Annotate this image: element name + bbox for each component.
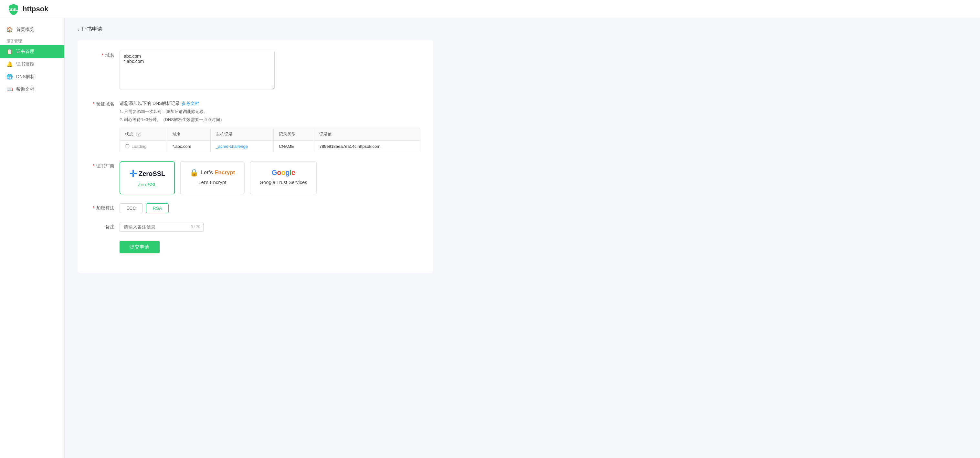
ssl-shield-icon: SSL (8, 3, 19, 15)
vendor-name-google: Google Trust Services (259, 179, 307, 185)
dns-icon: 🌐 (6, 74, 13, 80)
verify-domain-label: * 验证域名 (91, 100, 119, 107)
sidebar-item-help[interactable]: 📖 帮助文档 (0, 83, 64, 95)
vendor-name-letsencrypt: Let's Encrypt (198, 179, 226, 185)
main-layout: 🏠 首页概览 服务管理 📋 证书管理 🔔 证书监控 🌐 DNS解析 📖 帮助文档… (0, 0, 980, 458)
algo-label: * 加密算法 (91, 203, 119, 211)
logo-area: SSL httpsok (8, 3, 48, 15)
verify-note2: 2. 耐心等待1~3分钟。（DNS解析生效需要一点点时间） (119, 117, 224, 122)
row-domain: *.abc.com (167, 140, 210, 152)
col-status: 状态 ? (120, 128, 167, 140)
row-host-record: _acme-challenge (210, 140, 274, 152)
sidebar-item-dns[interactable]: 🌐 DNS解析 (0, 70, 64, 83)
cert-application-form: * 域名 abc.com *.abc.com * 验证域名 请您添加以下的 DN… (78, 40, 433, 273)
back-button[interactable]: ‹ (78, 27, 79, 32)
page-title: 证书申请 (82, 26, 102, 33)
col-record-type: 记录类型 (274, 128, 314, 140)
remarks-input-wrap: 0 / 20 (119, 222, 204, 232)
sidebar-item-cert-management[interactable]: 📋 证书管理 (0, 45, 64, 58)
algo-rsa-button[interactable]: RSA (146, 203, 169, 213)
row-record-value: 789e918aea7ea14c.httpsok.com (314, 140, 420, 152)
app-title: httpsok (22, 5, 48, 13)
verify-info: 请您添加以下的 DNS解析记录 参考文档 1. 只需要添加一次即可，添加后请勿删… (119, 100, 420, 124)
zerossl-logo-text: ZeroSSL (138, 170, 165, 177)
algo-ecc-button[interactable]: ECC (119, 203, 143, 213)
svg-text:SSL: SSL (9, 7, 18, 12)
main-content: ‹ 证书申请 * 域名 abc.com *.abc.com * 验证域名 (65, 18, 980, 458)
letsencrypt-lock-icon: 🔒 (190, 168, 198, 177)
sidebar-group-label: 服务管理 (0, 36, 64, 45)
verify-table: 状态 ? 域名 主机记录 记录类型 记录值 (119, 128, 420, 152)
google-g-blue2: g (285, 168, 290, 177)
sidebar: 🏠 首页概览 服务管理 📋 证书管理 🔔 证书监控 🌐 DNS解析 📖 帮助文档 (0, 18, 65, 458)
google-g-red: o (277, 168, 281, 177)
remarks-content: 0 / 20 (119, 222, 420, 232)
zerossl-cross-icon: ✛ (129, 168, 137, 179)
verify-domain-row: * 验证域名 请您添加以下的 DNS解析记录 参考文档 1. 只需要添加一次即可… (91, 100, 420, 152)
domain-content: abc.com *.abc.com (119, 51, 420, 90)
verify-domain-content: 请您添加以下的 DNS解析记录 参考文档 1. 只需要添加一次即可，添加后请勿删… (119, 100, 420, 152)
vendor-name-zerossl: ZeroSSL (138, 182, 157, 187)
loading-spinner-icon (125, 144, 130, 149)
table-row: Loading *.abc.com _acme-challenge CNAME … (120, 140, 420, 152)
col-record-value: 记录值 (314, 128, 420, 140)
letsencrypt-lets-text: Let's (200, 170, 215, 176)
domain-row: * 域名 abc.com *.abc.com (91, 51, 420, 90)
letsencrypt-encrypt-text: Encrypt (215, 170, 235, 176)
status-tooltip-icon[interactable]: ? (136, 132, 141, 137)
table-header-row: 状态 ? 域名 主机记录 记录类型 记录值 (120, 128, 420, 140)
sidebar-item-dns-label: DNS解析 (16, 74, 35, 80)
vendor-card-google[interactable]: Google Google Trust Services (250, 162, 317, 194)
row-status: Loading (120, 140, 167, 152)
vendor-card-zerossl[interactable]: ✛ ZeroSSL ZeroSSL (119, 162, 175, 194)
home-icon: 🏠 (6, 27, 13, 33)
row-status-text: Loading (132, 144, 146, 149)
col-domain: 域名 (167, 128, 210, 140)
vendor-card-letsencrypt[interactable]: 🔒 Let's Encrypt Let's Encrypt (180, 162, 245, 194)
algo-buttons: ECC RSA (119, 203, 420, 213)
submit-button[interactable]: 提交申请 (119, 241, 160, 254)
verify-doc-link[interactable]: 参考文档 (181, 101, 199, 106)
col-host-record: 主机记录 (210, 128, 274, 140)
vendor-content: ✛ ZeroSSL ZeroSSL 🔒 Let's Enc (119, 162, 420, 194)
sidebar-item-cert-label: 证书管理 (16, 49, 34, 55)
sidebar-item-monitor-label: 证书监控 (16, 61, 34, 67)
domain-input[interactable]: abc.com *.abc.com (119, 51, 275, 89)
algo-row: * 加密算法 ECC RSA (91, 203, 420, 213)
sidebar-item-home[interactable]: 🏠 首页概览 (0, 23, 64, 36)
google-g-yellow: o (281, 168, 285, 177)
acme-challenge-link[interactable]: _acme-challenge (216, 144, 248, 149)
cert-management-icon: 📋 (6, 48, 13, 55)
sidebar-item-home-label: 首页概览 (16, 27, 34, 33)
letsencrypt-logo: 🔒 Let's Encrypt (190, 168, 235, 177)
domain-label: * 域名 (91, 51, 119, 59)
remarks-label: 备注 (91, 222, 119, 230)
submit-row: 提交申请 (91, 241, 420, 254)
google-logo: Google (272, 168, 295, 177)
google-g-red2: e (291, 168, 295, 177)
app-header: SSL httpsok (0, 0, 980, 18)
help-icon: 📖 (6, 86, 13, 92)
sidebar-item-help-label: 帮助文档 (16, 87, 34, 92)
remarks-row: 备注 0 / 20 (91, 222, 420, 232)
sidebar-item-cert-monitor[interactable]: 🔔 证书监控 (0, 58, 64, 70)
google-g-blue: G (272, 168, 277, 177)
verify-note1: 1. 只需要添加一次即可，添加后请勿删除记录。 (119, 109, 208, 114)
remarks-input[interactable] (119, 222, 204, 232)
row-record-type: CNAME (274, 140, 314, 152)
cert-monitor-icon: 🔔 (6, 61, 13, 67)
breadcrumb: ‹ 证书申请 (78, 26, 967, 33)
zerossl-logo: ✛ ZeroSSL (129, 168, 165, 179)
vendor-cards: ✛ ZeroSSL ZeroSSL 🔒 Let's Enc (119, 162, 420, 194)
verify-info-text: 请您添加以下的 DNS解析记录 (119, 101, 180, 106)
algo-content: ECC RSA (119, 203, 420, 213)
submit-content: 提交申请 (119, 241, 420, 254)
vendor-row: * 证书厂商 ✛ ZeroSSL Zero (91, 162, 420, 194)
vendor-label: * 证书厂商 (91, 162, 119, 169)
